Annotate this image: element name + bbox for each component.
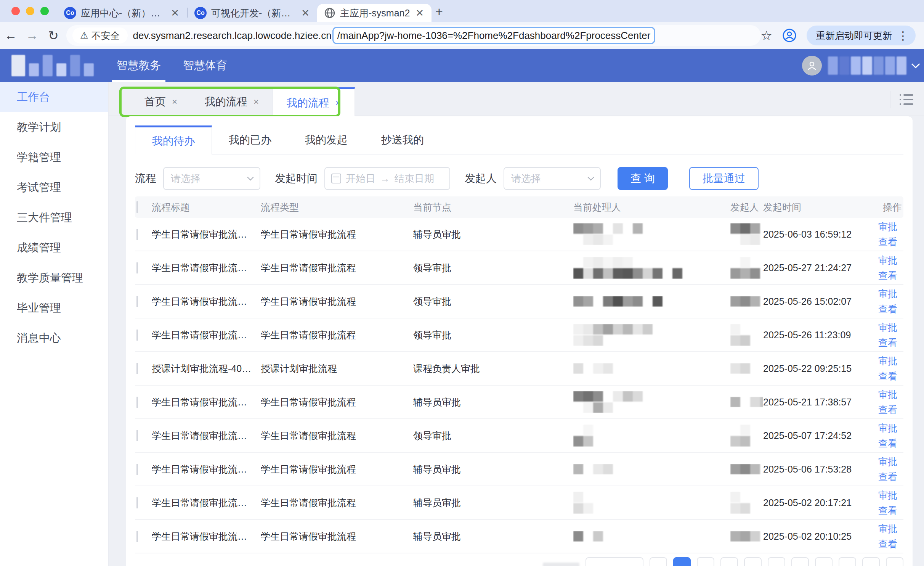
workspace-tab[interactable]: 我的流程×	[273, 87, 355, 116]
new-tab-button[interactable]: +	[432, 4, 450, 22]
sidebar-item-教学质量管理[interactable]: 教学质量管理	[0, 263, 108, 293]
profile-icon[interactable]	[782, 28, 797, 43]
process-select[interactable]: 请选择	[163, 167, 260, 190]
prev-page-button[interactable]	[650, 557, 667, 566]
date-range-input[interactable]: 开始日 → 结束日期	[324, 167, 450, 190]
view-link[interactable]: 查看	[865, 268, 897, 283]
sidebar-item-成绩管理[interactable]: 成绩管理	[0, 233, 108, 263]
row-checkbox[interactable]	[136, 497, 138, 508]
sidebar-item-考试管理[interactable]: 考试管理	[0, 172, 108, 203]
tab-list-icon[interactable]	[900, 94, 913, 105]
tab-close-icon[interactable]: ×	[335, 98, 341, 108]
tab-close-icon[interactable]: ✕	[170, 8, 180, 18]
row-checkbox[interactable]	[136, 430, 138, 441]
update-chrome-button[interactable]: 重新启动即可更新 ⋮	[807, 26, 916, 45]
view-link[interactable]: 查看	[865, 503, 897, 518]
row-checkbox[interactable]	[136, 262, 138, 273]
logo-block	[29, 63, 39, 76]
sidebar-item-工作台[interactable]: 工作台	[0, 82, 108, 112]
back-icon[interactable]: ←	[0, 28, 21, 43]
minimize-window-button[interactable]	[26, 7, 34, 15]
select-all-checkbox[interactable]	[136, 201, 138, 213]
page-button[interactable]	[815, 557, 833, 566]
appnav-item[interactable]: 智慧体育	[181, 49, 229, 82]
close-window-button[interactable]	[11, 7, 20, 15]
workspace-tab[interactable]: 首页×	[131, 87, 191, 116]
approve-link[interactable]: 审批	[865, 320, 897, 335]
initiator-blurred	[730, 424, 757, 447]
sidebar-item-教学计划[interactable]: 教学计划	[0, 112, 108, 142]
initiator-select[interactable]: 请选择	[504, 167, 601, 190]
row-checkbox[interactable]	[136, 363, 138, 374]
tab-close-icon[interactable]: ✕	[415, 8, 425, 18]
subtab-我的已办[interactable]: 我的已办	[212, 125, 288, 154]
user-area[interactable]	[802, 49, 919, 82]
approve-link[interactable]: 审批	[865, 487, 897, 503]
subtab-我的发起[interactable]: 我的发起	[288, 125, 364, 154]
search-button[interactable]: 查 询	[618, 167, 668, 190]
approve-link[interactable]: 审批	[865, 252, 897, 268]
tab-close-icon[interactable]: ×	[253, 96, 259, 107]
view-link[interactable]: 查看	[865, 301, 897, 317]
address-bar[interactable]: ⚠ 不安全 dev.sysman2.research.lcap.lowcode.…	[66, 25, 761, 46]
browser-tab[interactable]: 主应用-sysman2✕	[317, 4, 432, 22]
browser-tab[interactable]: Co应用中心-（新）智能软件开发✕	[57, 4, 187, 22]
browser-tab[interactable]: Co可视化开发-（新）智能软件开✕	[188, 4, 317, 22]
row-checkbox[interactable]	[136, 296, 138, 307]
blur-line	[573, 223, 724, 234]
sidebar-item-学籍管理[interactable]: 学籍管理	[0, 142, 108, 172]
approve-link[interactable]: 审批	[865, 454, 897, 469]
page-button[interactable]	[768, 557, 785, 566]
view-link[interactable]: 查看	[865, 368, 897, 384]
column-header: 当前处理人	[573, 201, 730, 214]
page-button[interactable]	[839, 557, 856, 566]
row-checkbox[interactable]	[136, 464, 138, 475]
workspace-tab[interactable]: 我的流程×	[191, 87, 273, 116]
page-button[interactable]	[886, 557, 903, 566]
approve-link[interactable]: 审批	[865, 286, 897, 301]
page-button[interactable]	[744, 557, 762, 566]
chevron-down-icon[interactable]	[911, 59, 920, 68]
page-button[interactable]	[697, 557, 714, 566]
page-button[interactable]	[791, 557, 809, 566]
approve-link[interactable]: 审批	[865, 353, 897, 368]
zoom-window-button[interactable]	[40, 7, 49, 15]
subtab-我的待办[interactable]: 我的待办	[135, 125, 212, 154]
view-link[interactable]: 查看	[865, 436, 897, 451]
view-link[interactable]: 查看	[865, 335, 897, 350]
approve-link[interactable]: 审批	[865, 219, 897, 234]
view-link[interactable]: 查看	[865, 469, 897, 484]
page-size-select[interactable]	[586, 557, 643, 566]
row-checkbox[interactable]	[136, 229, 138, 240]
appnav-active[interactable]: 智慧教务	[114, 49, 163, 82]
security-chip[interactable]: ⚠ 不安全	[72, 27, 128, 43]
initiator-blurred	[730, 397, 757, 407]
reload-icon[interactable]: ↻	[43, 28, 64, 43]
page-button[interactable]	[720, 557, 738, 566]
approve-link[interactable]: 审批	[865, 521, 897, 536]
page-button[interactable]	[862, 557, 880, 566]
bookmark-star-icon[interactable]: ☆	[761, 28, 772, 43]
approve-link[interactable]: 审批	[865, 420, 897, 436]
main-area: 首页×我的流程×我的流程× 我的待办我的已办我的发起抄送我的 流程 请选择 发起…	[109, 82, 924, 566]
tab-close-icon[interactable]: ✕	[300, 8, 310, 18]
row-checkbox[interactable]	[136, 531, 138, 542]
row-checkbox[interactable]	[136, 397, 138, 408]
current-page-button[interactable]	[673, 557, 691, 566]
sidebar-item-毕业管理[interactable]: 毕业管理	[0, 293, 108, 323]
row-checkbox[interactable]	[136, 330, 138, 341]
approve-link[interactable]: 审批	[865, 387, 897, 402]
view-link[interactable]: 查看	[865, 234, 897, 249]
tab-close-icon[interactable]: ×	[172, 96, 177, 107]
view-link[interactable]: 查看	[865, 536, 897, 552]
menu-dots-icon[interactable]: ⋮	[897, 29, 912, 42]
avatar[interactable]	[802, 56, 822, 76]
blur-line	[730, 335, 757, 346]
forward-icon[interactable]: →	[21, 28, 43, 43]
sidebar-item-三大件管理[interactable]: 三大件管理	[0, 203, 108, 233]
batch-approve-button[interactable]: 批量通过	[689, 167, 759, 190]
sidebar-item-消息中心[interactable]: 消息中心	[0, 323, 108, 353]
view-link[interactable]: 查看	[865, 402, 897, 417]
subtab-抄送我的[interactable]: 抄送我的	[364, 125, 441, 154]
initiator-blurred	[730, 363, 757, 374]
